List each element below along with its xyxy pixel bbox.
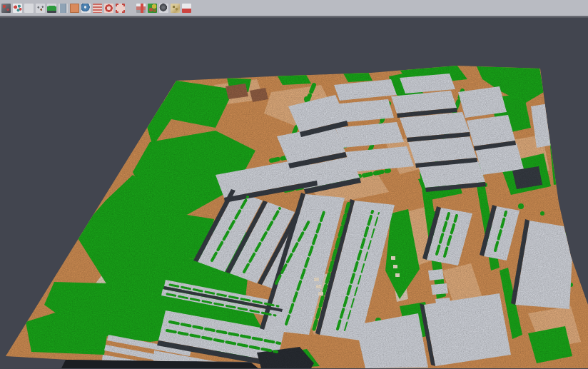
toolbar-icons xyxy=(1,4,191,13)
layer-stack-icon[interactable] xyxy=(93,4,102,13)
toolbar xyxy=(0,0,588,16)
viewport-3d xyxy=(0,16,588,369)
application-window xyxy=(0,0,588,369)
ground-class-color-icon[interactable] xyxy=(70,4,79,13)
dem-surface-icon[interactable] xyxy=(171,4,180,13)
raster-grid-icon[interactable] xyxy=(136,4,146,13)
point-cloud-icon[interactable] xyxy=(1,4,11,13)
circle-selection-icon[interactable] xyxy=(104,4,113,13)
point-cloud-canvas[interactable] xyxy=(0,18,588,368)
terrain-model-icon[interactable] xyxy=(24,4,34,13)
3d-sphere-icon[interactable] xyxy=(159,4,168,13)
ground-classification-icon[interactable] xyxy=(47,4,56,13)
sparse-points-icon[interactable] xyxy=(36,4,45,13)
crop-box-icon[interactable] xyxy=(116,4,125,13)
flag-marker-icon[interactable] xyxy=(182,4,191,13)
globe-view-icon[interactable] xyxy=(81,4,91,13)
classification-map-icon[interactable] xyxy=(148,4,157,13)
classified-points-icon[interactable] xyxy=(13,4,22,13)
building-extraction-icon[interactable] xyxy=(59,4,68,13)
